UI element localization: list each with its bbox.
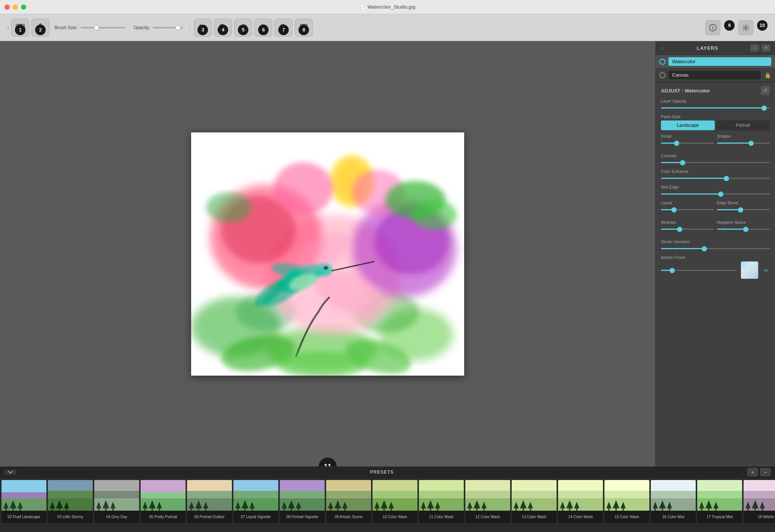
preset-thumb-14: [558, 480, 603, 511]
layers-header: › LAYERS − +: [656, 41, 775, 55]
tool-number-5: 5: [238, 25, 248, 35]
negative-space-knob[interactable]: [743, 227, 748, 232]
presets-remove-button[interactable]: −: [760, 468, 771, 476]
close-button[interactable]: [4, 4, 10, 10]
paint-style-landscape-button[interactable]: Landscape: [661, 120, 715, 130]
opacity-thumb[interactable]: [175, 25, 181, 30]
negative-space-slider[interactable]: [717, 226, 770, 232]
preset-item-15[interactable]: 15 Color Wash: [604, 480, 649, 523]
adjust-reset-button[interactable]: ↺: [761, 86, 770, 95]
opacity-slider[interactable]: [153, 27, 183, 28]
presets-collapse-button[interactable]: [4, 470, 16, 475]
preset-item-17[interactable]: 17 Tropical Mist: [697, 480, 742, 523]
preset-thumb-06: [187, 480, 232, 511]
paint-style-portrait-button[interactable]: Portrait: [716, 120, 770, 130]
wet-edge-slider[interactable]: [661, 191, 770, 197]
presets-header: PRESETS + −: [0, 467, 775, 478]
abstract-knob[interactable]: [677, 227, 682, 232]
wet-edge-knob[interactable]: [718, 192, 723, 197]
svg-point-32: [273, 162, 333, 215]
preset-label-03: 03 Little Stormy: [48, 511, 93, 523]
opacity-label: Opacity:: [134, 25, 150, 30]
preset-item-11[interactable]: 11 Color Wash: [419, 480, 464, 523]
layer-opacity-slider[interactable]: [661, 105, 770, 111]
detail-slider[interactable]: [661, 140, 714, 146]
canvas-image[interactable]: [191, 132, 464, 376]
preset-item-18[interactable]: 18 Wishin: [744, 480, 775, 523]
shades-knob[interactable]: [748, 141, 754, 146]
preset-item-16[interactable]: 16 Color Mist: [651, 480, 696, 523]
contrast-knob[interactable]: [680, 160, 685, 165]
preset-item-06[interactable]: 06 Portrait Outline: [187, 480, 232, 523]
layer-opacity-knob[interactable]: [762, 106, 767, 111]
preset-thumb-17: [697, 480, 742, 511]
preset-item-08[interactable]: 08 Portrait Vignette: [280, 480, 325, 523]
edge-bleed-slider[interactable]: [717, 207, 770, 213]
contrast-slider[interactable]: [661, 159, 770, 165]
artistic-finish-slider[interactable]: [661, 267, 737, 273]
top-right-actions: 9 10: [705, 20, 768, 35]
layers-expand-arrow[interactable]: ›: [660, 45, 665, 51]
lock-icon: 🔒: [764, 71, 771, 79]
preset-item-09[interactable]: 09 Artistic Scene: [326, 480, 371, 523]
expand-handle[interactable]: 11: [319, 458, 337, 467]
layer-watercolor-button[interactable]: Watercolor: [668, 57, 771, 66]
right-panel: › LAYERS − + Watercolor Canvas 🔒 ADJUST …: [655, 41, 775, 467]
layers-minus-button[interactable]: −: [750, 44, 759, 52]
preset-item-04[interactable]: 04 Grey Day: [94, 480, 139, 523]
artistic-finish-knob[interactable]: [670, 268, 675, 273]
color-enhance-knob[interactable]: [724, 176, 729, 181]
paint-style-buttons: Landscape Portrait: [661, 120, 770, 130]
preset-item-14[interactable]: 14 Color Wash: [558, 480, 603, 523]
window-controls[interactable]: [4, 4, 26, 10]
preset-thumb-16: [651, 480, 696, 511]
preset-label-17: 17 Tropical Mist: [697, 511, 742, 523]
minimize-button[interactable]: [13, 4, 18, 10]
detail-control: Detail: [661, 134, 714, 146]
preset-item-07[interactable]: 07 Liquid Vignette: [233, 480, 278, 523]
preset-item-03[interactable]: 03 Little Stormy: [48, 480, 93, 523]
preset-item-02[interactable]: 02 Fluid Landscape: [1, 480, 46, 523]
preset-item-12[interactable]: 12 Color Wash: [465, 480, 510, 523]
shades-label: Shades: [717, 134, 770, 138]
edge-bleed-knob[interactable]: [738, 207, 743, 213]
liquid-control: Liquid: [661, 201, 714, 213]
finish-link-icon[interactable]: ∞: [762, 266, 770, 274]
preset-label-09: 09 Artistic Scene: [326, 511, 371, 523]
preset-thumb-18: [744, 480, 775, 511]
liquid-slider[interactable]: [661, 207, 714, 213]
preset-thumb-05: [141, 480, 186, 511]
preset-item-10[interactable]: 10 Color Wash: [373, 480, 417, 523]
abstract-slider[interactable]: [661, 226, 714, 232]
gallery-tool: 1: [11, 19, 29, 37]
detail-knob[interactable]: [674, 141, 679, 146]
stroke-variation-knob[interactable]: [702, 246, 707, 251]
presets-scroll[interactable]: 02 Fluid Landscape 03 Little Stormy: [0, 478, 775, 532]
artistic-finish-label: Artistic Finish: [661, 255, 770, 260]
layer-dot-canvas: [659, 72, 665, 78]
stroke-variation-slider[interactable]: [661, 245, 770, 251]
layer-item-watercolor[interactable]: Watercolor: [656, 55, 775, 68]
wet-edge-label: Wet Edge: [661, 185, 770, 189]
artistic-finish-preview[interactable]: [741, 261, 759, 279]
brush-size-thumb[interactable]: [94, 25, 99, 30]
preset-item-05[interactable]: 05 Pretty Portrait: [141, 480, 186, 523]
info-button[interactable]: [705, 20, 720, 35]
toolbar: ‹ 1 2 Brush Size: Opacity: 3: [0, 14, 775, 41]
brush-size-control: Brush Size:: [55, 25, 125, 30]
presets-add-button[interactable]: +: [747, 468, 758, 476]
preset-label-13: 13 Color Wash: [512, 511, 557, 523]
maximize-button[interactable]: [21, 4, 26, 10]
layer-item-canvas[interactable]: Canvas 🔒: [656, 68, 775, 82]
liquid-knob[interactable]: [671, 207, 677, 213]
color-enhance-slider[interactable]: [661, 175, 770, 181]
settings-button[interactable]: [738, 20, 753, 35]
layer-canvas-button[interactable]: Canvas: [668, 71, 761, 79]
preset-item-13[interactable]: 13 Color Wash: [512, 480, 557, 523]
brush-size-slider[interactable]: [80, 27, 125, 28]
main-content: 11 › LAYERS − + Watercolor Canvas 🔒: [0, 41, 775, 467]
svg-point-16: [713, 25, 713, 26]
shades-slider[interactable]: [717, 140, 770, 146]
layers-plus-button[interactable]: +: [762, 44, 771, 52]
negative-space-control: Negative Space: [717, 220, 770, 232]
